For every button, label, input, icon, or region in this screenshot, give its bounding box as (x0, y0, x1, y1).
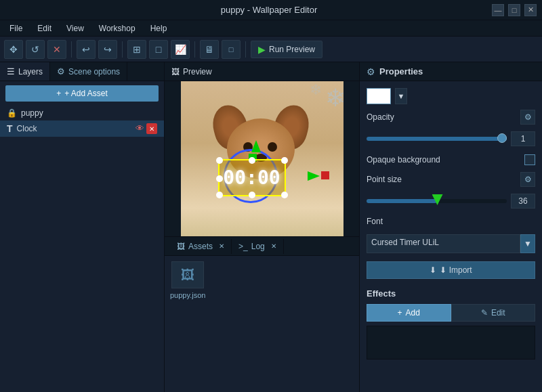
menu-edit[interactable]: Edit (30, 22, 58, 35)
dot-handle-tr (281, 157, 288, 164)
effects-title: Effects (367, 288, 535, 299)
redo-button[interactable]: ↪ (98, 40, 117, 59)
opacity-slider-row: 1 (367, 131, 535, 146)
font-value: Cursed Timer ULiL (371, 238, 439, 247)
bottom-content: 🖼 puppy.json (165, 256, 359, 392)
opaque-bg-row: Opaque background (367, 154, 535, 165)
log-icon: >_ (238, 242, 248, 251)
tab-assets[interactable]: 🖼 Assets ✕ (170, 239, 232, 254)
panel-tabs: ☰ Layers ⚙ Scene options (0, 62, 164, 81)
main-area: ☰ Layers ⚙ Scene options + + Add Asset 🔒… (0, 62, 542, 392)
tab-log[interactable]: >_ Log ✕ (232, 239, 284, 254)
dot-handle-ml (216, 175, 223, 182)
assets-close-button[interactable]: ✕ (219, 242, 224, 250)
puppy-background: 00:00 (181, 81, 343, 237)
preview-label: Preview (183, 67, 212, 77)
play-icon: ▶ (258, 44, 266, 55)
bottom-tabs: 🖼 Assets ✕ >_ Log ✕ (165, 237, 359, 256)
remove-tool-button[interactable]: ✕ (47, 40, 66, 59)
maximize-button[interactable]: □ (508, 4, 520, 16)
clock-widget[interactable]: 00:00 (218, 159, 299, 206)
point-size-slider-fill (367, 199, 437, 203)
move-tool-button[interactable]: ✥ (4, 40, 23, 59)
opacity-row: Opacity ⚙ (367, 110, 535, 125)
layer-clock[interactable]: T Clock 👁 ✕ (0, 121, 164, 137)
arrow-up-handle (251, 140, 261, 152)
run-preview-button[interactable]: ▶ Run Preview (251, 41, 322, 58)
toolbar-separator-4 (245, 41, 246, 58)
arrow-right-handle (308, 171, 320, 181)
effects-add-button[interactable]: + Add (367, 304, 451, 322)
tab-layers[interactable]: ☰ Layers (0, 62, 50, 81)
font-select[interactable]: Cursed Timer ULiL (367, 234, 520, 253)
font-label: Font (367, 217, 383, 226)
dot-handle-bl (216, 192, 223, 198)
tablet-button[interactable]: □ (222, 40, 241, 59)
font-chevron-button[interactable]: ▼ (520, 234, 535, 253)
center-panel: 🖼 Preview (165, 62, 359, 392)
dot-handle-bm (249, 192, 255, 198)
opacity-gear-button[interactable]: ⚙ (520, 110, 535, 125)
point-size-gear-button[interactable]: ⚙ (520, 172, 535, 187)
opaque-bg-checkbox[interactable] (524, 154, 535, 165)
effects-edit-button[interactable]: ✎ Edit (451, 304, 536, 322)
puppy-eye-right (268, 142, 277, 152)
eye-icon[interactable]: 👁 (136, 123, 144, 134)
asset-puppy-json[interactable]: 🖼 puppy.json (170, 261, 205, 299)
point-size-slider-track[interactable] (367, 199, 507, 203)
log-label: Log (251, 242, 265, 251)
color-chevron-button[interactable]: ▼ (395, 88, 407, 104)
asset-icon: 🖼 (181, 267, 194, 283)
tab-scene-options[interactable]: ⚙ Scene options (50, 62, 127, 81)
log-close-button[interactable]: ✕ (271, 242, 276, 250)
minimize-button[interactable]: — (492, 4, 504, 16)
preview-area[interactable]: 00:00 ❄ ❄ (165, 81, 359, 237)
close-button[interactable]: ✕ (524, 4, 537, 16)
right-panel: ⚙ Properties ▼ Opacity ⚙ 1 (359, 62, 542, 392)
layer-puppy-name: puppy (21, 108, 157, 118)
preview-tab-label: 🖼 Preview (171, 67, 212, 77)
preview-image: 00:00 (181, 81, 343, 237)
chart-button[interactable]: 📈 (171, 40, 190, 59)
import-button[interactable]: ⬇ ⬇ Import (367, 261, 535, 279)
import-icon: ⬇ (430, 265, 436, 275)
clock-box: 00:00 (218, 159, 286, 196)
opacity-slider-thumb[interactable] (497, 133, 507, 143)
menubar: File Edit View Workshop Help (0, 20, 542, 37)
properties-title: Properties (379, 66, 423, 77)
font-select-row: Cursed Timer ULiL ▼ (367, 234, 535, 253)
dot-handle-tl (216, 157, 223, 164)
scene-icon: ⚙ (57, 66, 65, 77)
bottom-panel: 🖼 Assets ✕ >_ Log ✕ 🖼 puppy.json (165, 237, 359, 392)
monitor-button[interactable]: 🖥 (200, 40, 219, 59)
point-size-label: Point size (367, 175, 520, 184)
color-swatch[interactable] (367, 88, 391, 104)
menu-help[interactable]: Help (144, 22, 174, 35)
font-label-row: Font (367, 217, 535, 226)
properties-header: ⚙ Properties (360, 62, 542, 81)
menu-view[interactable]: View (60, 22, 91, 35)
grid-button[interactable]: ⊞ (127, 40, 146, 59)
point-size-value[interactable]: 36 (511, 194, 535, 209)
rotate-tool-button[interactable]: ↺ (26, 40, 45, 59)
edit-effect-label: Edit (491, 308, 505, 318)
run-preview-label: Run Preview (269, 45, 315, 54)
delete-layer-button[interactable]: ✕ (146, 123, 157, 134)
opacity-value[interactable]: 1 (511, 131, 535, 146)
menu-file[interactable]: File (3, 22, 29, 35)
effects-section: Effects + Add ✎ Edit (360, 286, 542, 366)
scene-label: Scene options (68, 67, 120, 77)
import-label: ⬇ Import (440, 265, 472, 275)
undo-button[interactable]: ↩ (77, 40, 96, 59)
opacity-slider-track[interactable] (367, 137, 507, 141)
add-asset-button[interactable]: + + Add Asset (5, 85, 159, 102)
left-panel: ☰ Layers ⚙ Scene options + + Add Asset 🔒… (0, 62, 165, 392)
frame-button[interactable]: □ (149, 40, 168, 59)
layer-puppy[interactable]: 🔒 puppy (0, 106, 164, 121)
toolbar-separator-3 (194, 41, 195, 58)
toolbar: ✥ ↺ ✕ ↩ ↪ ⊞ □ 📈 🖥 □ ▶ Run Preview (0, 37, 542, 62)
window-controls: — □ ✕ (492, 4, 537, 16)
menu-workshop[interactable]: Workshop (92, 22, 142, 35)
layers-label: Layers (18, 67, 43, 77)
properties-icon: ⚙ (367, 66, 375, 77)
